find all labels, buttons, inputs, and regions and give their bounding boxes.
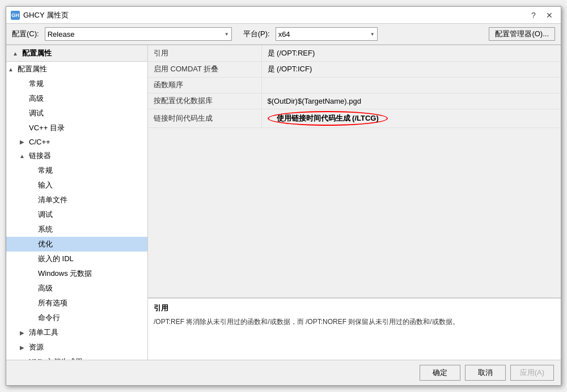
leaf-spacer bbox=[27, 181, 36, 190]
leaf-spacer bbox=[27, 254, 36, 263]
tree-header: ▲ 配置属性 bbox=[6, 45, 147, 62]
node-label: 链接器 bbox=[27, 150, 53, 161]
tree-node-resources[interactable]: ▶ 资源 bbox=[6, 340, 147, 355]
collapse-icon: ▶ bbox=[18, 328, 27, 337]
prop-name: 启用 COMDAT 折叠 bbox=[148, 61, 261, 77]
prop-value: 是 (/OPT:ICF) bbox=[261, 61, 561, 77]
platform-select-wrapper[interactable]: x64 bbox=[276, 27, 378, 41]
node-label: 高级 bbox=[36, 283, 55, 294]
cancel-button[interactable]: 取消 bbox=[465, 365, 506, 381]
node-label: 优化 bbox=[36, 238, 55, 250]
table-row[interactable]: 引用是 (/OPT:REF) bbox=[148, 45, 561, 61]
table-row[interactable]: 链接时间代码生成使用链接时间代码生成 (/LTCG) bbox=[148, 109, 561, 127]
leaf-spacer bbox=[18, 94, 27, 103]
node-label: 配置属性 bbox=[15, 63, 49, 75]
node-label: Windows 元数据 bbox=[36, 268, 94, 279]
tree-node-linker-allopts[interactable]: 所有选项 bbox=[6, 296, 147, 310]
props-table: 引用是 (/OPT:REF)启用 COMDAT 折叠是 (/OPT:ICF)函数… bbox=[148, 45, 561, 128]
config-select[interactable]: Release bbox=[45, 27, 232, 41]
node-label: VC++ 目录 bbox=[27, 122, 67, 134]
node-label: C/C++ bbox=[27, 137, 53, 147]
node-label: 资源 bbox=[27, 342, 46, 353]
node-label: 输入 bbox=[36, 180, 55, 191]
prop-name: 引用 bbox=[148, 45, 261, 61]
leaf-spacer bbox=[18, 79, 27, 88]
leaf-spacer bbox=[27, 313, 36, 322]
tree-node-linker-cmdline[interactable]: 命令行 bbox=[6, 310, 147, 325]
table-row[interactable]: 函数顺序 bbox=[148, 77, 561, 93]
tree-header-label: 配置属性 bbox=[22, 48, 52, 58]
tree-node-config-props[interactable]: ▲ 配置属性 bbox=[6, 62, 147, 76]
prop-name: 链接时间代码生成 bbox=[148, 109, 261, 127]
expand-icon: ▲ bbox=[6, 65, 15, 74]
help-button[interactable]: ? bbox=[527, 10, 540, 21]
platform-label: 平台(P): bbox=[243, 29, 270, 39]
config-bar: 配置(C): Release 平台(P): x64 配置管理器(O)... bbox=[6, 24, 561, 45]
tree-node-xml-docgen[interactable]: ▶ XML 文档生成器 bbox=[6, 355, 147, 360]
tree-node-vcpp-dirs[interactable]: VC++ 目录 bbox=[6, 121, 147, 135]
props-body: 引用是 (/OPT:REF)启用 COMDAT 折叠是 (/OPT:ICF)函数… bbox=[148, 45, 561, 127]
node-label: 清单工具 bbox=[27, 327, 61, 338]
leaf-spacer bbox=[27, 166, 36, 175]
leaf-spacer bbox=[18, 109, 27, 118]
leaf-spacer bbox=[27, 284, 36, 293]
prop-value bbox=[261, 77, 561, 93]
table-row[interactable]: 按配置优化数据库$(OutDir)$(TargetName).pgd bbox=[148, 93, 561, 109]
tree-node-linker-input[interactable]: 输入 bbox=[6, 178, 147, 193]
node-label: 命令行 bbox=[36, 312, 62, 323]
dialog-title: GHCY 属性页 bbox=[23, 10, 69, 20]
tree-node-linker-general[interactable]: 常规 bbox=[6, 163, 147, 178]
tree-node-linker-optimize[interactable]: 优化 bbox=[6, 237, 147, 252]
properties-dialog: GH GHCY 属性页 ? ✕ 配置(C): Release 平台(P): x6… bbox=[6, 6, 561, 386]
left-panel: ▲ 配置属性 ▲ 配置属性 常规 高级 调试 VC++ 目录 ▶ C/C++ ▲… bbox=[6, 45, 148, 360]
node-label: 清单文件 bbox=[36, 194, 70, 206]
title-bar: GH GHCY 属性页 ? ✕ bbox=[6, 7, 561, 24]
node-label: 高级 bbox=[27, 93, 46, 104]
tree-node-cpp[interactable]: ▶ C/C++ bbox=[6, 135, 147, 148]
config-manager-button[interactable]: 配置管理器(O)... bbox=[489, 27, 555, 41]
button-bar: 确定 取消 应用(A) bbox=[6, 360, 561, 385]
node-label: 调试 bbox=[36, 209, 55, 220]
leaf-spacer bbox=[27, 195, 36, 204]
tree-node-general[interactable]: 常规 bbox=[6, 76, 147, 91]
table-row[interactable]: 启用 COMDAT 折叠是 (/OPT:ICF) bbox=[148, 61, 561, 77]
leaf-spacer bbox=[27, 225, 36, 234]
collapse-icon: ▶ bbox=[18, 138, 27, 147]
tree-node-linker-debug[interactable]: 调试 bbox=[6, 207, 147, 222]
tree-node-manifest-tool[interactable]: ▶ 清单工具 bbox=[6, 325, 147, 340]
tree-node-linker-system[interactable]: 系统 bbox=[6, 222, 147, 237]
tree-node-linker-idl[interactable]: 嵌入的 IDL bbox=[6, 252, 147, 266]
app-icon: GH bbox=[11, 11, 20, 20]
tree-node-linker[interactable]: ▲ 链接器 bbox=[6, 148, 147, 163]
collapse-icon: ▶ bbox=[18, 343, 27, 352]
right-panel: 引用是 (/OPT:REF)启用 COMDAT 折叠是 (/OPT:ICF)函数… bbox=[148, 45, 561, 360]
apply-button[interactable]: 应用(A) bbox=[510, 365, 554, 381]
tree-node-linker-advanced[interactable]: 高级 bbox=[6, 281, 147, 296]
tree-node-linker-manifest[interactable]: 清单文件 bbox=[6, 193, 147, 207]
ok-button[interactable]: 确定 bbox=[420, 365, 460, 381]
tree-node-debug[interactable]: 调试 bbox=[6, 106, 147, 121]
properties-table: 引用是 (/OPT:REF)启用 COMDAT 折叠是 (/OPT:ICF)函数… bbox=[148, 45, 561, 297]
tree-node-linker-metadata[interactable]: Windows 元数据 bbox=[6, 266, 147, 281]
platform-select[interactable]: x64 bbox=[276, 27, 378, 41]
node-label: 嵌入的 IDL bbox=[36, 253, 76, 265]
prop-name: 按配置优化数据库 bbox=[148, 93, 261, 109]
config-label: 配置(C): bbox=[12, 29, 39, 39]
config-select-wrapper[interactable]: Release bbox=[45, 27, 232, 41]
highlighted-value: 使用链接时间代码生成 (/LTCG) bbox=[268, 111, 388, 126]
tree-node-advanced[interactable]: 高级 bbox=[6, 91, 147, 106]
title-bar-left: GH GHCY 属性页 bbox=[11, 10, 69, 20]
prop-value: $(OutDir)$(TargetName).pgd bbox=[261, 93, 561, 109]
tree-container: ▲ 配置属性 常规 高级 调试 VC++ 目录 ▶ C/C++ ▲ 链接器 常规… bbox=[6, 62, 147, 360]
main-content: ▲ 配置属性 ▲ 配置属性 常规 高级 调试 VC++ 目录 ▶ C/C++ ▲… bbox=[6, 45, 561, 360]
leaf-spacer bbox=[27, 299, 36, 308]
close-button[interactable]: ✕ bbox=[543, 10, 556, 21]
tree-header-expand-icon: ▲ bbox=[11, 49, 20, 58]
description-title: 引用 bbox=[154, 303, 555, 313]
title-controls: ? ✕ bbox=[527, 10, 556, 21]
description-panel: 引用 /OPT:REF 将消除从未引用过的函数和/或数据，而 /OPT:NORE… bbox=[148, 297, 561, 360]
prop-value: 是 (/OPT:REF) bbox=[261, 45, 561, 61]
node-label: 系统 bbox=[36, 224, 55, 235]
node-label: 所有选项 bbox=[36, 297, 70, 309]
description-text: /OPT:REF 将消除从未引用过的函数和/或数据，而 /OPT:NOREF 则… bbox=[154, 317, 555, 327]
